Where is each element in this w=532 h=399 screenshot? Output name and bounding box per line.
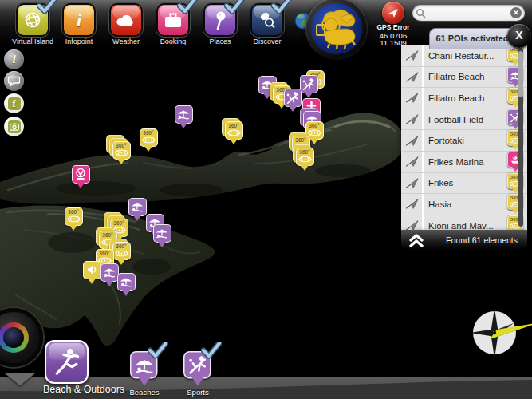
poi-marker-face bbox=[284, 89, 302, 107]
poi-list-item[interactable]: Filiatro Beach 360° bbox=[401, 88, 527, 109]
poi-marker-face bbox=[117, 273, 136, 291]
poi-name: Chani Restaur... bbox=[424, 51, 506, 61]
search-icon bbox=[416, 8, 426, 18]
poi-marker-face bbox=[175, 105, 193, 124]
search-input[interactable] bbox=[426, 6, 510, 20]
poi-marker-face: 360° bbox=[112, 141, 131, 160]
close-panel-button[interactable]: X bbox=[507, 24, 531, 48]
poi-count-tab: 61 POIs activated bbox=[429, 28, 515, 49]
poi-marker-face: 360° bbox=[296, 148, 314, 166]
poi-marker-face bbox=[100, 263, 119, 282]
lion-emblem bbox=[311, 3, 362, 54]
gps-status-label: GPS Error bbox=[373, 23, 413, 31]
poi-type-icon: 360° bbox=[506, 88, 527, 109]
poi-list-item[interactable]: Frikes Marina bbox=[401, 152, 527, 173]
app-window: 360°360°360°360°360°360°360°360°360°360°… bbox=[0, 0, 532, 399]
scrollbar-thumb[interactable] bbox=[518, 51, 523, 97]
toolbar-button-booking[interactable] bbox=[156, 3, 190, 37]
poi-list-item[interactable]: Frikes 360° bbox=[401, 173, 527, 195]
poi-type-icon bbox=[506, 152, 527, 172]
compass-rose[interactable] bbox=[466, 306, 532, 363]
filter-beaches-button[interactable] bbox=[130, 351, 159, 385]
poi-name: Filiatro Beach bbox=[424, 93, 506, 103]
poi-marker-face: 360° bbox=[225, 121, 243, 140]
poi-type-icon bbox=[506, 67, 527, 88]
toolbar-button-weather[interactable] bbox=[109, 3, 143, 37]
toolbar-button-infopoint[interactable]: i bbox=[62, 3, 96, 37]
poi-list-item[interactable]: Fortotaki 360° bbox=[401, 130, 527, 152]
venetian-lion-logo[interactable] bbox=[305, 0, 368, 60]
facebook-icon: f bbox=[8, 97, 21, 110]
toolbar-button-places[interactable] bbox=[203, 3, 237, 37]
category-beach-outdoors-button[interactable] bbox=[45, 340, 89, 384]
navigate-arrow-icon[interactable] bbox=[401, 88, 424, 109]
poi-list-item[interactable]: Football Field bbox=[401, 109, 527, 131]
expand-panel-icon[interactable] bbox=[401, 233, 425, 247]
navigate-arrow-icon[interactable] bbox=[401, 130, 424, 151]
poi-name: Frikes Marina bbox=[424, 157, 506, 167]
poi-type-icon: 360° bbox=[506, 173, 527, 194]
poi-list-panel: Chani Restaur... 360° Filiatro Beach Fil… bbox=[401, 45, 527, 230]
poi-name: Frikes bbox=[424, 178, 506, 188]
filter-label: Sports bbox=[170, 388, 226, 397]
poi-marker-face: 360° bbox=[112, 242, 131, 260]
filter-label: Beaches bbox=[116, 388, 172, 397]
panel-scrollbar[interactable] bbox=[518, 48, 523, 227]
gps-status-icon[interactable] bbox=[382, 2, 404, 24]
poi-marker-face bbox=[130, 351, 158, 379]
clear-search-icon[interactable]: ✕ bbox=[510, 7, 522, 18]
poi-name: Kioni and Mav... bbox=[424, 221, 506, 231]
navigate-arrow-icon[interactable] bbox=[401, 109, 424, 130]
navigate-arrow-icon[interactable] bbox=[401, 194, 424, 215]
poi-name: Filiatro Beach bbox=[424, 72, 506, 81]
poi-name: Hasia bbox=[424, 200, 506, 209]
poi-marker-face bbox=[183, 351, 211, 379]
poi-type-icon bbox=[506, 109, 527, 130]
poi-marker-face: 360° bbox=[140, 128, 158, 147]
photo-tool-button[interactable] bbox=[4, 117, 24, 136]
info-tool-button[interactable]: i bbox=[4, 49, 24, 69]
poi-marker-face bbox=[72, 165, 90, 184]
navigate-arrow-icon[interactable] bbox=[401, 45, 424, 66]
poi-marker-face bbox=[300, 75, 318, 93]
poi-list-item[interactable]: Filiatro Beach bbox=[401, 67, 527, 89]
poi-marker-face bbox=[83, 261, 101, 279]
camera-icon bbox=[8, 120, 21, 133]
poi-name: Football Field bbox=[424, 115, 506, 124]
navigate-arrow-icon[interactable] bbox=[401, 67, 424, 88]
navigate-arrow-icon[interactable] bbox=[401, 152, 424, 172]
poi-marker-face bbox=[128, 198, 147, 216]
toolbar-button-discover[interactable] bbox=[250, 3, 284, 37]
poi-type-icon: 360° bbox=[506, 130, 527, 151]
toolbar-button-label: Discover bbox=[239, 38, 295, 45]
poi-list-item[interactable]: Hasia 360° bbox=[401, 194, 527, 215]
poi-marker-face: 360° bbox=[65, 207, 83, 226]
comments-tool-button[interactable] bbox=[4, 71, 24, 91]
search-box: ✕ bbox=[412, 5, 525, 21]
poi-type-icon: 360° bbox=[506, 194, 527, 215]
navigate-arrow-icon[interactable] bbox=[401, 173, 424, 194]
poi-name: Fortotaki bbox=[424, 136, 506, 145]
filter-sports-button[interactable] bbox=[183, 351, 212, 385]
toolbar-button-virtual-island[interactable] bbox=[16, 3, 49, 37]
panel-footer: Found 61 elements bbox=[401, 230, 527, 250]
result-count-text: Found 61 elements bbox=[425, 235, 527, 245]
poi-marker-face bbox=[153, 224, 171, 243]
facebook-tool-button[interactable]: f bbox=[4, 93, 24, 113]
